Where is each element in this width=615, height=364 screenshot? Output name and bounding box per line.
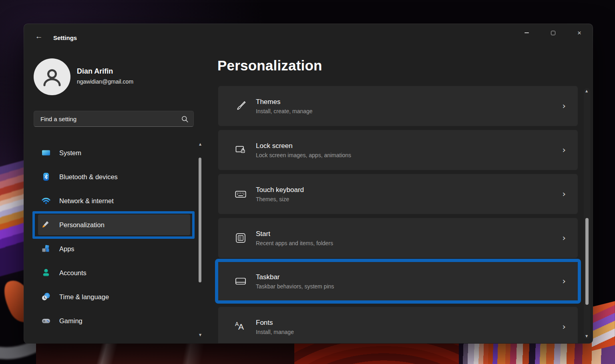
card-subtitle: Themes, size xyxy=(256,196,304,202)
card-text: Lock screen Lock screen images, apps, an… xyxy=(256,142,351,158)
sidebar-item-label: Apps xyxy=(59,245,74,253)
sidebar-scrollbar[interactable]: ▲ ▼ xyxy=(197,142,203,337)
card-text: Taskbar Taskbar behaviors, system pins xyxy=(256,273,334,290)
profile-name: Dian Arifin xyxy=(77,67,113,76)
card-title: Start xyxy=(256,230,333,238)
back-button[interactable]: ← xyxy=(32,30,46,42)
sidebar-item-label: Gaming xyxy=(59,317,82,325)
card-subtitle: Taskbar behaviors, system pins xyxy=(256,283,334,290)
sidebar-item-personalization[interactable]: Personalization xyxy=(29,213,200,237)
wallpaper-bottom-dark-swirl xyxy=(36,342,304,364)
search-input[interactable] xyxy=(34,111,193,126)
card-subtitle: Recent apps and items, folders xyxy=(256,240,333,246)
main-scrollbar-thumb[interactable] xyxy=(585,218,589,305)
gaming-icon xyxy=(42,316,50,325)
touch-keyboard-icon xyxy=(234,188,247,200)
search-icon[interactable] xyxy=(181,116,189,123)
sidebar-item-apps[interactable]: Apps xyxy=(29,237,200,261)
wallpaper-right-ribbons xyxy=(592,301,615,351)
window-controls: ✕ xyxy=(513,24,593,42)
start-icon xyxy=(234,232,247,244)
network-icon xyxy=(42,196,50,205)
chevron-right-icon: › xyxy=(562,234,566,242)
page-title: Personalization xyxy=(217,58,322,74)
scroll-down-icon[interactable]: ▼ xyxy=(584,334,589,338)
chevron-right-icon: › xyxy=(562,322,566,331)
card-start[interactable]: Start Recent apps and items, folders › xyxy=(218,218,578,258)
close-icon: ✕ xyxy=(577,30,582,36)
chevron-right-icon: › xyxy=(562,102,566,110)
window-title: Settings xyxy=(53,34,77,41)
chevron-right-icon: › xyxy=(562,190,566,198)
card-text: Start Recent apps and items, folders xyxy=(256,230,333,246)
card-title: Lock screen xyxy=(256,142,351,150)
card-title: Themes xyxy=(256,98,313,106)
themes-icon xyxy=(234,100,247,112)
highlight-box-taskbar: Taskbar Taskbar behaviors, system pins › xyxy=(215,259,581,304)
main-scrollbar[interactable]: ▲ ▼ xyxy=(584,88,590,339)
sidebar-item-time-language[interactable]: Time & language xyxy=(29,285,200,309)
sidebar-item-label: Bluetooth & devices xyxy=(59,173,118,181)
sidebar-item-system[interactable]: System xyxy=(29,141,200,165)
sidebar-item-label: Time & language xyxy=(59,293,109,301)
search-box xyxy=(34,111,194,127)
avatar xyxy=(34,58,70,95)
settings-window: ← Settings ✕ Dian Arifin ngawidian@gmail… xyxy=(24,24,593,343)
card-title: Fonts xyxy=(256,319,294,327)
close-button[interactable]: ✕ xyxy=(566,24,593,42)
sidebar-item-gaming[interactable]: Gaming xyxy=(29,309,200,333)
card-taskbar[interactable]: Taskbar Taskbar behaviors, system pins › xyxy=(218,262,578,300)
card-subtitle: Install, manage xyxy=(256,329,294,335)
apps-icon xyxy=(42,244,50,253)
settings-card-list: Themes Install, create, manage › Lock sc… xyxy=(218,86,578,343)
sidebar-item-bluetooth-devices[interactable]: Bluetooth & devices xyxy=(29,165,200,189)
back-arrow-icon: ← xyxy=(35,32,43,41)
minimize-button[interactable] xyxy=(513,24,540,42)
sidebar-item-accounts[interactable]: Accounts xyxy=(29,261,200,285)
time-language-icon xyxy=(42,292,50,301)
sidebar-nav: System Bluetooth & devices xyxy=(29,141,200,333)
scroll-up-icon[interactable]: ▲ xyxy=(197,142,203,146)
wallpaper-red-rings xyxy=(294,342,466,364)
card-touch-keyboard[interactable]: Touch keyboard Themes, size › xyxy=(218,174,578,214)
accounts-icon xyxy=(42,268,50,277)
card-subtitle: Install, create, manage xyxy=(256,108,313,114)
scroll-up-icon[interactable]: ▲ xyxy=(584,89,589,93)
sidebar-item-label: System xyxy=(59,149,81,157)
card-subtitle: Lock screen images, apps, animations xyxy=(256,152,351,158)
chevron-right-icon: › xyxy=(562,277,566,286)
card-text: Fonts Install, manage xyxy=(256,319,294,335)
card-title: Touch keyboard xyxy=(256,186,304,194)
sidebar-item-network-internet[interactable]: Network & internet xyxy=(29,189,200,213)
card-themes[interactable]: Themes Install, create, manage › xyxy=(218,86,578,126)
card-text: Touch keyboard Themes, size xyxy=(256,186,304,202)
sidebar-item-label: Personalization xyxy=(59,221,105,229)
sidebar-scrollbar-thumb[interactable] xyxy=(199,158,201,282)
minimize-icon xyxy=(525,32,529,33)
profile-email: ngawidian@gmail.com xyxy=(77,78,133,85)
lock-screen-icon xyxy=(234,144,247,156)
fonts-icon: A A xyxy=(234,321,247,333)
card-title: Taskbar xyxy=(256,273,334,281)
taskbar-icon xyxy=(234,275,247,287)
person-icon xyxy=(42,66,62,87)
bluetooth-icon xyxy=(42,172,50,181)
user-profile[interactable]: Dian Arifin ngawidian@gmail.com xyxy=(34,58,194,96)
card-text: Themes Install, create, manage xyxy=(256,98,313,114)
maximize-button[interactable] xyxy=(540,24,566,42)
personalization-icon xyxy=(42,220,50,229)
card-fonts[interactable]: A A Fonts Install, manage › xyxy=(218,307,578,343)
system-icon xyxy=(42,148,50,157)
sidebar-item-label: Accounts xyxy=(59,269,86,277)
maximize-icon xyxy=(551,31,555,35)
chevron-right-icon: › xyxy=(562,146,566,154)
scroll-down-icon[interactable]: ▼ xyxy=(197,333,203,337)
card-lock-screen[interactable]: Lock screen Lock screen images, apps, an… xyxy=(218,130,578,170)
sidebar-item-label: Network & internet xyxy=(59,197,114,205)
